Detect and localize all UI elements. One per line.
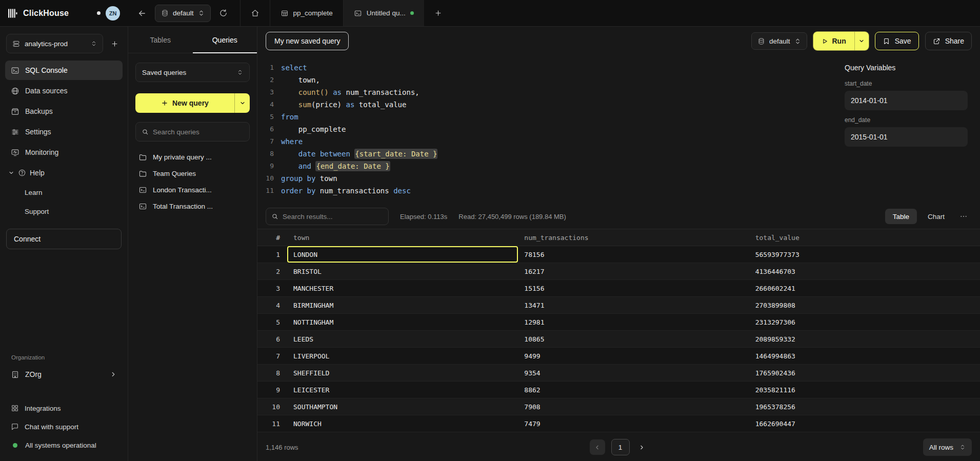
cell-town[interactable]: LONDON bbox=[287, 246, 518, 263]
tab-queries[interactable]: Queries bbox=[193, 27, 257, 53]
cell-total_value[interactable]: 56593977373 bbox=[749, 246, 980, 263]
run-button-main[interactable]: Run bbox=[813, 32, 854, 50]
sidebar-item-integrations[interactable]: Integrations bbox=[5, 399, 123, 417]
new-tab-button[interactable] bbox=[424, 0, 452, 26]
cell-town[interactable]: SOUTHAMPTON bbox=[287, 398, 518, 415]
search-results-box[interactable] bbox=[266, 208, 389, 225]
cell-num_transactions[interactable]: 7908 bbox=[518, 398, 749, 415]
query-folder-team[interactable]: Team Queries bbox=[138, 169, 247, 178]
sidebar-item-monitoring[interactable]: Monitoring bbox=[5, 143, 123, 162]
cell-num_transactions[interactable]: 10865 bbox=[518, 331, 749, 347]
query-item-london[interactable]: London Transacti... bbox=[138, 186, 247, 194]
column-header-num-transactions[interactable]: num_transactions bbox=[518, 229, 749, 246]
cell-town[interactable]: NORWICH bbox=[287, 415, 518, 432]
cell-total_value[interactable]: 1765902436 bbox=[749, 365, 980, 381]
search-queries-box[interactable] bbox=[135, 122, 250, 142]
search-results-input[interactable] bbox=[283, 213, 383, 221]
new-query-dropdown[interactable] bbox=[234, 93, 250, 113]
cell-num_transactions[interactable]: 12981 bbox=[518, 314, 749, 330]
cell-num_transactions[interactable]: 78156 bbox=[518, 246, 749, 263]
more-options-icon[interactable] bbox=[955, 212, 972, 221]
column-header-total-value[interactable]: total_value bbox=[749, 229, 980, 246]
run-button[interactable]: Run bbox=[813, 32, 869, 50]
current-page-input[interactable]: 1 bbox=[611, 439, 630, 455]
cell-town[interactable]: MANCHESTER bbox=[287, 280, 518, 296]
avatar[interactable]: ZN bbox=[106, 6, 120, 21]
system-status[interactable]: All systems operational bbox=[5, 436, 123, 454]
cell-num_transactions[interactable]: 15156 bbox=[518, 280, 749, 296]
query-item-total[interactable]: Total Transaction ... bbox=[138, 202, 247, 211]
cell-town[interactable]: LIVERPOOL bbox=[287, 348, 518, 364]
code-line[interactable]: 11order by num_transactions desc bbox=[262, 185, 836, 197]
tab-untitled-query[interactable]: Untitled qu... bbox=[343, 0, 424, 26]
sidebar-item-data-sources[interactable]: Data sources bbox=[5, 81, 123, 101]
back-arrow-icon[interactable] bbox=[137, 9, 147, 18]
organization-selector[interactable]: ZOrg bbox=[5, 365, 123, 384]
cell-total_value[interactable]: 2089859332 bbox=[749, 331, 980, 347]
workspace-selector[interactable]: analytics-prod bbox=[6, 34, 103, 53]
topbar-database-selector[interactable]: default bbox=[155, 5, 211, 22]
query-title-chip[interactable]: My new saved query bbox=[266, 32, 349, 50]
cell-num_transactions[interactable]: 7479 bbox=[518, 415, 749, 432]
cell-num_transactions[interactable]: 8862 bbox=[518, 382, 749, 398]
share-button[interactable]: Share bbox=[925, 32, 972, 50]
cell-town[interactable]: BIRMINGHAM bbox=[287, 297, 518, 313]
cell-town[interactable]: SHEFFIELD bbox=[287, 365, 518, 381]
code-line[interactable]: 8 date between {start_date: Date } bbox=[262, 148, 836, 160]
code-line[interactable]: 2 town, bbox=[262, 74, 836, 86]
cell-town[interactable]: BRISTOL bbox=[287, 263, 518, 279]
new-query-main[interactable]: New query bbox=[135, 93, 234, 113]
end-date-input[interactable] bbox=[845, 127, 968, 147]
sidebar-item-settings[interactable]: Settings bbox=[5, 122, 123, 142]
cell-total_value[interactable]: 2035821116 bbox=[749, 382, 980, 398]
add-service-button[interactable] bbox=[107, 36, 122, 51]
query-folder-private[interactable]: My private query ... bbox=[138, 153, 247, 162]
run-options-dropdown[interactable] bbox=[854, 32, 869, 50]
editor-database-selector[interactable]: default bbox=[751, 32, 807, 50]
next-page-button[interactable] bbox=[636, 444, 648, 451]
cell-town[interactable]: NOTTINGHAM bbox=[287, 314, 518, 330]
cell-total_value[interactable]: 1965378256 bbox=[749, 398, 980, 415]
column-header-town[interactable]: town bbox=[287, 229, 518, 246]
column-header-index[interactable]: # bbox=[257, 229, 287, 246]
prev-page-button[interactable] bbox=[590, 439, 605, 455]
refresh-icon[interactable] bbox=[219, 9, 228, 17]
cell-num_transactions[interactable]: 9354 bbox=[518, 365, 749, 381]
code-line[interactable]: 5from bbox=[262, 111, 836, 123]
tab-pp-complete[interactable]: pp_complete bbox=[270, 0, 343, 26]
connect-button[interactable]: Connect bbox=[6, 229, 122, 249]
sidebar-item-sql-console[interactable]: SQL Console bbox=[5, 61, 123, 80]
cell-total_value[interactable]: 2660602241 bbox=[749, 280, 980, 296]
new-query-button[interactable]: New query bbox=[135, 93, 250, 113]
code-line[interactable]: 3 count() as num_transactions, bbox=[262, 86, 836, 98]
sidebar-item-backups[interactable]: Backups bbox=[5, 102, 123, 121]
start-date-input[interactable] bbox=[845, 91, 968, 110]
cell-num_transactions[interactable]: 13471 bbox=[518, 297, 749, 313]
code-line[interactable]: 7where bbox=[262, 135, 836, 148]
sidebar-item-learn[interactable]: Learn bbox=[5, 184, 123, 202]
search-queries-input[interactable] bbox=[153, 128, 244, 136]
cell-total_value[interactable]: 2313297306 bbox=[749, 314, 980, 330]
code-line[interactable]: 4 sum(price) as total_value bbox=[262, 98, 836, 111]
cell-total_value[interactable]: 1464994863 bbox=[749, 348, 980, 364]
code-line[interactable]: 1select bbox=[262, 62, 836, 74]
sidebar-item-help[interactable]: Help bbox=[5, 163, 123, 183]
cell-total_value[interactable]: 2703899808 bbox=[749, 297, 980, 313]
cell-num_transactions[interactable]: 9499 bbox=[518, 348, 749, 364]
tab-home[interactable] bbox=[240, 0, 270, 26]
chart-view-button[interactable]: Chart bbox=[920, 209, 952, 224]
cell-num_transactions[interactable]: 16217 bbox=[518, 263, 749, 279]
saved-queries-filter[interactable]: Saved queries bbox=[135, 63, 250, 82]
sql-editor[interactable]: 1select2 town,3 count() as num_transacti… bbox=[257, 55, 836, 204]
rows-filter-select[interactable]: All rows bbox=[923, 438, 972, 456]
cell-town[interactable]: LEEDS bbox=[287, 331, 518, 347]
cell-total_value[interactable]: 1662690447 bbox=[749, 415, 980, 432]
cell-town[interactable]: LEICESTER bbox=[287, 382, 518, 398]
sidebar-item-support[interactable]: Support bbox=[5, 203, 123, 221]
table-view-button[interactable]: Table bbox=[885, 209, 917, 224]
code-line[interactable]: 10group by town bbox=[262, 172, 836, 185]
cell-total_value[interactable]: 4136446703 bbox=[749, 263, 980, 279]
tab-tables[interactable]: Tables bbox=[128, 27, 193, 53]
code-line[interactable]: 9 and {end_date: Date } bbox=[262, 160, 836, 172]
sidebar-item-chat-support[interactable]: Chat with support bbox=[5, 418, 123, 435]
